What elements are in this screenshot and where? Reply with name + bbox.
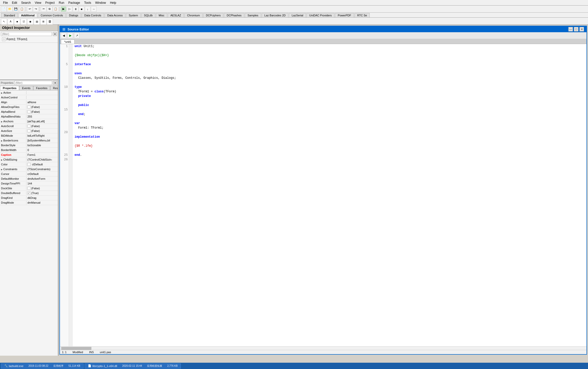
palette-tab-lazserial[interactable]: LazSerial	[289, 13, 306, 17]
tb-paste[interactable]: 📋	[53, 6, 58, 12]
palette-tab-aeslaz[interactable]: AESLAZ	[168, 13, 184, 17]
oi-filter-input[interactable]	[1, 32, 52, 36]
palette-tab-additional[interactable]: Additional	[18, 13, 38, 17]
prop-row-borderwidth[interactable]: BorderWidth0	[0, 148, 58, 153]
palette-component-6[interactable]: ⊞	[40, 19, 46, 25]
menu-file[interactable]: File	[1, 1, 10, 5]
menu-run[interactable]: Run	[57, 1, 66, 5]
prop-row-doublebuffered[interactable]: DoubleBuffered✓(True)	[0, 191, 58, 196]
taskbar-item-libcrypto[interactable]: 📄 libcrypto-1_1-x64.dll 2020-02-11 15:44…	[85, 363, 181, 368]
prop-row-constraints[interactable]: Constraints(TSizeConstraints)	[0, 167, 58, 172]
palette-tab-misc[interactable]: Misc	[156, 13, 167, 17]
palette-tab-standard[interactable]: Standard	[1, 13, 18, 17]
palette-tab-chromium[interactable]: Chromium	[184, 13, 203, 17]
palette-tab-unidac[interactable]: UniDAC Providers	[306, 13, 334, 17]
palette-tab-samples[interactable]: Samples	[245, 13, 261, 17]
prop-row-dragkind[interactable]: DragKinddkDrag	[0, 196, 58, 200]
palette-tab-dcpciphers[interactable]: DCPciphers	[203, 13, 224, 17]
menu-search[interactable]: Search	[19, 1, 33, 5]
palette-tab-datacontrols[interactable]: Data Controls	[82, 13, 104, 17]
se-minimize[interactable]: —	[568, 27, 573, 31]
menu-window[interactable]: Window	[93, 1, 108, 5]
tb-open[interactable]: 📁	[7, 6, 13, 12]
palette-tab-dialogs[interactable]: Dialogs	[66, 13, 81, 17]
prop-row-designtimeppi[interactable]: DesignTimePPI144	[0, 181, 58, 186]
prop-row-anchors[interactable]: Anchors[akTop,akLeft]	[0, 119, 58, 124]
se-code[interactable]: unit Unit1; {$mode objfpc}{$H+} interfac…	[73, 44, 586, 346]
tb-step-over[interactable]: →	[91, 6, 96, 12]
palette-tab-powerpdf[interactable]: PowerPDF	[335, 13, 354, 17]
menu-edit[interactable]: Edit	[10, 1, 19, 5]
palette-tab-dataaccess[interactable]: Data Access	[105, 13, 125, 17]
props-tab-events[interactable]: Events	[19, 86, 33, 90]
prop-row-autoscroll[interactable]: AutoScroll(False)	[0, 124, 58, 129]
prop-row-defaultmonitor[interactable]: DefaultMonitordmActiveForm	[0, 176, 58, 181]
prop-row-bidimode[interactable]: BiDiModebdLeftToRight	[0, 133, 58, 138]
prop-row-action[interactable]: Action	[0, 90, 58, 95]
se-fwd[interactable]: ▶	[67, 33, 73, 38]
se-hscrollbar[interactable]	[60, 346, 586, 350]
prop-row-bordericons[interactable]: BorderIcons[biSystemMenu,bil	[0, 138, 58, 143]
prop-row-alphablendvalu[interactable]: AlphaBlendValu255	[0, 114, 58, 119]
prop-checkbox-autosize[interactable]	[27, 129, 30, 132]
prop-row-align[interactable]: AlignalNone	[0, 100, 58, 105]
prop-checkbox-alphablend[interactable]	[27, 110, 30, 113]
tb-step[interactable]: ↓	[85, 6, 90, 12]
prop-row-caption[interactable]: CaptionForm1	[0, 153, 58, 157]
palette-tab-system[interactable]: System	[126, 13, 141, 17]
menu-project[interactable]: Project	[43, 1, 57, 5]
prop-checkbox-allowdropfiles[interactable]	[27, 105, 30, 108]
props-filter-input[interactable]	[14, 81, 52, 85]
tb-save[interactable]: 💾	[13, 6, 19, 12]
palette-component-7[interactable]: 🖼	[47, 19, 53, 25]
props-tab-favorites[interactable]: Favorites	[33, 86, 50, 90]
prop-row-activecontrol[interactable]: ActiveControl	[0, 95, 58, 100]
tb-build[interactable]: ▶	[61, 6, 66, 12]
tb-stop[interactable]: ■	[79, 6, 84, 12]
taskbar-item-lazbuild[interactable]: 🔧 lazbuild.exe 2019-11-03 08:22 应用程序 51,…	[1, 363, 84, 368]
prop-row-color[interactable]: ColorclDefault	[0, 162, 58, 167]
tb-save-all[interactable]: 📋	[19, 6, 25, 12]
tb-copy[interactable]: ⧉	[47, 6, 52, 12]
palette-tab-rtcse[interactable]: RTC Se	[355, 13, 370, 17]
palette-component-5[interactable]: ▤	[34, 19, 40, 25]
tb-run[interactable]: ▷	[67, 6, 72, 12]
menu-view[interactable]: View	[33, 1, 43, 5]
props-tab-properties[interactable]: Properties	[0, 86, 19, 90]
prop-checkbox-doublebuffered[interactable]: ✓	[27, 192, 30, 195]
prop-row-cursor[interactable]: CursorcrDefault	[0, 172, 58, 176]
se-back[interactable]: ◀	[61, 33, 66, 38]
component-form1[interactable]: □ Form1: TForm1	[1, 37, 57, 42]
palette-tab-dcphashes[interactable]: DCPhashes	[224, 13, 244, 17]
palette-tab-sqldb[interactable]: SQLdb	[141, 13, 155, 17]
palette-arrow[interactable]: ↖	[1, 19, 7, 25]
se-hscroll-thumb[interactable]	[61, 347, 91, 350]
prop-row-autosize[interactable]: AutoSize(False)	[0, 129, 58, 133]
prop-row-childsizing[interactable]: ChildSizing(TControlChildSizin-	[0, 157, 58, 162]
prop-row-allowdropfiles[interactable]: AllowDropFiles(False)	[0, 105, 58, 109]
palette-component-4[interactable]: ◉	[27, 19, 33, 25]
oi-filter-clear[interactable]: ✕	[53, 32, 57, 36]
palette-component-1[interactable]: A	[8, 19, 14, 25]
tb-new[interactable]: 📄	[1, 6, 7, 12]
palette-tab-lazbarcodes[interactable]: Laz Barcodes 2D	[262, 13, 288, 17]
prop-row-docksite[interactable]: DockSite(False)	[0, 186, 58, 191]
se-tab-unit1[interactable]: *unit1	[61, 40, 75, 44]
se-maximize[interactable]: □	[574, 27, 578, 31]
palette-tab-common[interactable]: Common Controls	[38, 13, 66, 17]
props-tab-restricted[interactable]: Restricted	[50, 86, 58, 90]
props-filter-clear[interactable]: ✕	[53, 81, 57, 85]
palette-component-2[interactable]: ■	[14, 19, 20, 25]
menu-help[interactable]: Help	[108, 1, 118, 5]
tb-pause[interactable]: ⏸	[73, 6, 78, 12]
se-close[interactable]: ✕	[579, 27, 584, 31]
prop-row-alphablend[interactable]: AlphaBlend(False)	[0, 109, 58, 114]
menu-tools[interactable]: Tools	[82, 1, 93, 5]
prop-checkbox-docksite[interactable]	[27, 187, 30, 190]
menu-package[interactable]: Package	[66, 1, 82, 5]
prop-row-dragmode[interactable]: DragModedmManual	[0, 200, 58, 205]
tb-redo[interactable]: ↪	[33, 6, 39, 12]
prop-checkbox-autoscroll[interactable]	[27, 125, 30, 128]
se-jump[interactable]: ↗	[74, 33, 80, 38]
tb-undo[interactable]: ↩	[27, 6, 32, 12]
